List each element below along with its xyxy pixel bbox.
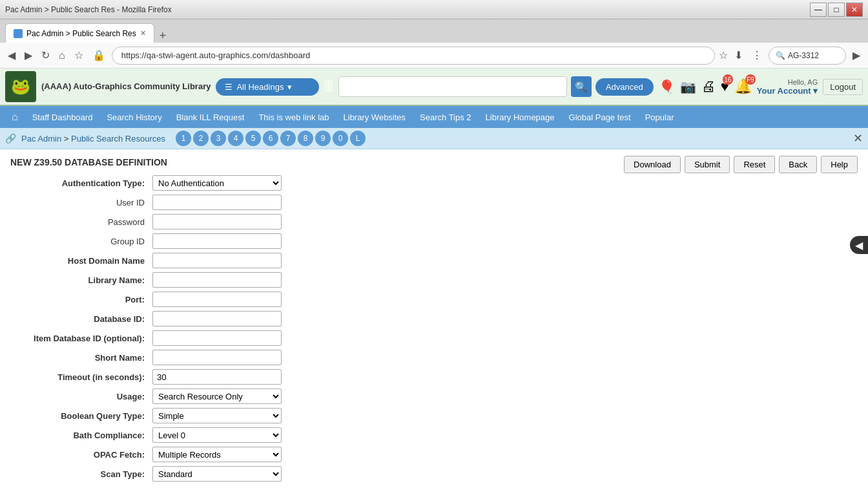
nav-blank-ill[interactable]: Blank ILL Request [170,107,251,127]
home-nav-button[interactable]: ⌂ [56,48,68,63]
nav-library-homepage[interactable]: Library Homepage [479,107,561,127]
breadcrumb: Pac Admin > Public Search Resources [21,134,165,144]
refresh-button[interactable]: ↻ [39,48,52,63]
bath-compliance-label: Bath Compliance: [10,431,152,440]
breadcrumb-current[interactable]: Public Search Resources [71,134,165,144]
nav-popular[interactable]: Popular [639,107,681,127]
bookmark-add-button[interactable]: ☆ [72,48,86,63]
group-id-input[interactable] [152,233,282,249]
opac-fetch-select[interactable]: Multiple Records Single Record [152,447,282,462]
breadcrumb-separator: > [64,134,71,144]
breadcrumb-link-icon: 🔗 [5,133,16,144]
auth-type-select[interactable]: No Authentication Simple Group [152,175,282,191]
scanner-icon[interactable]: 📷 [680,79,696,94]
port-input[interactable] [152,292,282,307]
maximize-button[interactable]: □ [828,3,845,17]
close-button[interactable]: ✕ [846,3,863,17]
reset-button[interactable]: Reset [734,156,775,173]
account-link[interactable]: Your Account ▾ [757,86,818,96]
nav-staff-dashboard[interactable]: Staff Dashboard [26,107,99,127]
item-db-id-input[interactable] [152,330,282,346]
minimize-button[interactable]: — [810,3,827,17]
star-bookmark-button[interactable]: ☆ [719,49,728,61]
page-btn-7[interactable]: 7 [280,131,296,146]
database-icon: 🗄 [323,80,335,94]
library-name-input[interactable] [152,272,282,288]
address-bar: ◀ ▶ ↻ ⌂ ☆ 🔒 ☆ ⬇ ⋮ 🔍 AG-3312 ▶ [0,43,868,69]
logout-button[interactable]: Logout [823,79,863,95]
user-id-label: User ID [10,198,152,208]
download-button[interactable]: Download [624,156,681,173]
help-button[interactable]: Help [821,156,858,173]
heart-badge-count: 16 [723,74,733,85]
window-titlebar: Pac Admin > Public Search Res - Mozilla … [0,0,868,19]
window-controls: — □ ✕ [810,3,863,17]
bath-compliance-row: Bath Compliance: Level 0 Level 1 Level 2 [10,427,858,443]
short-name-input[interactable] [152,350,282,365]
bath-compliance-select[interactable]: Level 0 Level 1 Level 2 [152,427,282,443]
address-input[interactable] [112,47,715,65]
page-btn-3[interactable]: 3 [211,131,226,146]
scan-type-row: Scan Type: Standard Extended [10,466,858,482]
chevron-down-icon: ▾ [287,82,292,92]
library-name-row: Library Name: [10,272,858,288]
nav-bar: ⌂ Staff Dashboard Search History Blank I… [0,106,868,128]
browser-search-box[interactable]: 🔍 AG-3312 [769,47,846,65]
bell-icon-wrapper[interactable]: 🔔 F9 [734,78,752,95]
header-right-icons: 🎈 📷 🖨 ♥ 16 🔔 F9 Hello, AG Your Account ▾… [659,78,863,96]
active-tab[interactable]: Pac Admin > Public Search Res ✕ [5,23,154,43]
usage-select[interactable]: Search Resource Only Full Access ILL Onl… [152,389,282,404]
user-area: Hello, AG Your Account ▾ [757,78,818,96]
opac-fetch-label: OPAC Fetch: [10,450,152,460]
forward-nav-button[interactable]: ▶ [22,48,35,63]
scroll-right-button[interactable]: ◀ [850,236,868,254]
new-tab-button[interactable]: + [154,29,172,43]
page-btn-0[interactable]: 0 [333,131,348,146]
page-btn-4[interactable]: 4 [228,131,243,146]
search-input[interactable] [338,76,567,97]
page-btn-2[interactable]: 2 [193,131,209,146]
heart-badge-wrapper[interactable]: 🖨 [701,78,716,95]
breadcrumb-pac-admin[interactable]: Pac Admin [21,134,61,144]
download-nav-button[interactable]: ⬇ [732,48,745,63]
page-btn-1[interactable]: 1 [176,131,191,146]
auth-type-label: Authentication Type: [10,178,152,188]
settings-icon[interactable]: ⋮ [749,48,765,63]
user-id-input[interactable] [152,195,282,210]
page-btn-9[interactable]: 9 [315,131,331,146]
lock-icon: 🔒 [90,48,108,63]
page-btn-5[interactable]: 5 [245,131,261,146]
password-row: Password [10,214,858,229]
breadcrumb-close-button[interactable]: ✕ [853,131,863,145]
logo-area: 🐸 (AAAA) Auto-Graphics Community Library [5,71,211,102]
tab-icon [14,29,23,38]
nav-arrow-right[interactable]: ▶ [850,48,863,63]
search-type-dropdown[interactable]: ☰ All Headings ▾ [216,78,319,96]
page-btn-6[interactable]: 6 [263,131,278,146]
page-btn-8[interactable]: 8 [298,131,313,146]
search-area: ☰ All Headings ▾ 🗄 🔍 Advanced [216,76,653,97]
host-domain-input[interactable] [152,253,282,268]
back-button[interactable]: Back [779,156,817,173]
search-submit-button[interactable]: 🔍 [571,76,592,97]
home-icon[interactable]: ⌂ [5,106,25,128]
nav-global-page[interactable]: Global Page test [563,107,637,127]
advanced-search-button[interactable]: Advanced [595,78,654,96]
timeout-input[interactable] [152,369,282,385]
boolean-query-select[interactable]: Simple Complex [152,408,282,423]
page-btn-L[interactable]: L [350,131,366,146]
tab-close-icon[interactable]: ✕ [140,29,146,37]
search-type-label: All Headings [236,82,284,92]
nav-search-tips[interactable]: Search Tips 2 [413,107,478,127]
main-content: Download Submit Reset Back Help NEW Z39.… [0,149,868,490]
database-id-input[interactable] [152,311,282,326]
heart-icon-wrapper[interactable]: ♥ 16 [721,78,729,95]
back-nav-button[interactable]: ◀ [5,48,18,63]
password-input[interactable] [152,214,282,229]
nav-library-websites[interactable]: Library Websites [337,107,413,127]
scan-type-select[interactable]: Standard Extended [152,466,282,482]
balloon-icon[interactable]: 🎈 [659,79,675,94]
nav-weblink-lab[interactable]: This is web link lab [252,107,335,127]
submit-button[interactable]: Submit [685,156,730,173]
nav-search-history[interactable]: Search History [100,107,168,127]
